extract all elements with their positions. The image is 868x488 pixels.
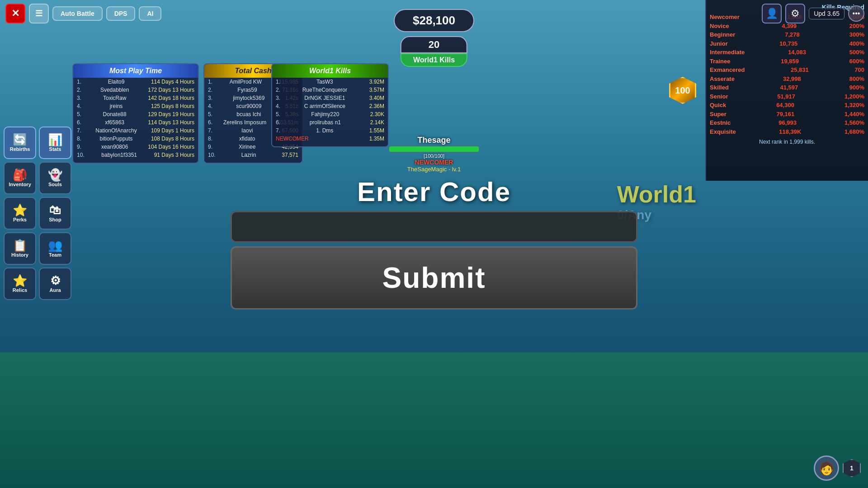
table-row: 1.Elaito9114 Days 4 Hours bbox=[73, 78, 198, 86]
sidebar-item-shop[interactable]: 🛍 Shop bbox=[39, 197, 71, 230]
relics-label: Relics bbox=[13, 287, 27, 293]
table-row: 3.ToxicRaw142 Days 18 Hours bbox=[73, 94, 198, 102]
bottom-right: 🧑 1 bbox=[814, 455, 861, 481]
most-playtime-header: Most Play Time bbox=[73, 64, 198, 78]
ai-button[interactable]: AI bbox=[139, 6, 161, 21]
player-rank: NEWCOMER bbox=[389, 159, 479, 166]
table-row: Eestnic96,9931,560% bbox=[710, 118, 864, 127]
stats-label: Stats bbox=[49, 146, 61, 152]
enter-code-dialog: Enter Code Submit bbox=[231, 176, 637, 310]
table-row: Asserate32,998800% bbox=[710, 75, 864, 84]
player-hp-text: [100/100] bbox=[389, 153, 479, 159]
table-row: Junior10,735400% bbox=[710, 39, 864, 48]
shop-label: Shop bbox=[49, 217, 61, 222]
history-label: History bbox=[11, 252, 28, 258]
add-user-button[interactable]: 👤 bbox=[762, 4, 782, 23]
enter-code-title: Enter Code bbox=[231, 176, 637, 207]
enter-code-input[interactable] bbox=[231, 211, 637, 243]
team-icon: 👥 bbox=[48, 239, 62, 251]
team-label: Team bbox=[49, 252, 61, 258]
shop-icon: 🛍 bbox=[49, 204, 61, 216]
table-row: Beginner7,278300% bbox=[710, 30, 864, 39]
more-button[interactable]: ••• bbox=[848, 5, 864, 22]
inventory-label: Inventory bbox=[9, 182, 31, 187]
table-row: 3.DrNGK JESSIE13.40M bbox=[272, 94, 388, 102]
top-right-controls: 👤 ⚙ Upd 3.65 ••• bbox=[758, 0, 868, 27]
sidebar-item-aura[interactable]: ⚙ Aura bbox=[39, 267, 71, 300]
aura-icon: ⚙ bbox=[50, 275, 61, 286]
sidebar-item-relics[interactable]: ⭐ Relics bbox=[4, 267, 36, 300]
player-sub-label: TheSageMagic - lv.1 bbox=[389, 166, 479, 173]
next-rank-text: Next rank in 1,999 kills. bbox=[710, 139, 864, 145]
most-playtime-panel: Most Play Time 1.Elaito9114 Days 4 Hours… bbox=[72, 63, 199, 164]
sidebar-item-perks[interactable]: ⭐ Perks bbox=[4, 197, 36, 230]
update-badge: Upd 3.65 bbox=[809, 8, 844, 19]
sidebar-item-team[interactable]: 👥 Team bbox=[39, 232, 71, 265]
table-row: 2.RueTheConqueror3.57M bbox=[272, 86, 388, 94]
sidebar-left: 🔄 Rebirths 📊 Stats 🎒 Inventory 👻 Souls ⭐… bbox=[4, 127, 71, 300]
sidebar-item-history[interactable]: 📋 History bbox=[4, 232, 36, 265]
submit-button[interactable]: Submit bbox=[231, 246, 637, 310]
gear-button[interactable]: ⚙ bbox=[785, 4, 805, 23]
menu-button[interactable]: ☰ bbox=[29, 4, 49, 23]
table-row: NEWCOMER1.35M bbox=[272, 135, 388, 143]
roblox-button[interactable]: ✕ bbox=[5, 4, 25, 23]
table-row: 4.jreins125 Days 8 Hours bbox=[73, 102, 198, 110]
table-row: 10.babylon1f335191 Days 3 Hours bbox=[73, 151, 198, 159]
table-row: Quick64,3001,320% bbox=[710, 101, 864, 110]
table-row: 10.Lazrin37,571 bbox=[204, 151, 302, 159]
table-row: 7.NationOfAnarchy109 Days 1 Hours bbox=[73, 127, 198, 135]
perks-label: Perks bbox=[13, 217, 27, 222]
kill-number: 20 bbox=[401, 36, 467, 53]
table-row: 7.1. Dms1.55M bbox=[272, 127, 388, 135]
table-row: 4.C arrimOfSilence2.36M bbox=[272, 102, 388, 110]
relics-icon: ⭐ bbox=[13, 275, 27, 286]
table-row: Trainee19,859600% bbox=[710, 57, 864, 66]
player-name: Thesage bbox=[389, 136, 479, 145]
inventory-icon: 🎒 bbox=[13, 169, 27, 181]
slot-badge: 1 bbox=[843, 459, 861, 477]
kills-required-panel: Kills Required Newcomer1,948100% Novice4… bbox=[705, 0, 868, 181]
currency-display: $28,100 bbox=[394, 9, 474, 32]
table-row: Skilled41,597900% bbox=[710, 83, 864, 92]
kill-counter: 20 World1 Kills bbox=[401, 36, 467, 67]
world1-kills-header: World1 Kills bbox=[272, 64, 388, 78]
rebirths-icon: 🔄 bbox=[13, 134, 27, 145]
aura-label: Aura bbox=[49, 287, 61, 293]
kill-label: World1 Kills bbox=[401, 53, 467, 67]
souls-label: Souls bbox=[48, 182, 62, 187]
sidebar-item-stats[interactable]: 📊 Stats bbox=[39, 127, 71, 159]
history-icon: 📋 bbox=[13, 239, 27, 251]
perks-icon: ⭐ bbox=[13, 204, 27, 216]
player-hp-bar bbox=[389, 146, 479, 152]
player-hp-fill bbox=[389, 146, 479, 152]
table-row: 5.Fahjimy2202.30K bbox=[272, 110, 388, 118]
table-row: Intermediate14,083500% bbox=[710, 48, 864, 57]
dps-button[interactable]: DPS bbox=[106, 6, 136, 21]
player-nameplate: Thesage [100/100] NEWCOMER TheSageMagic … bbox=[389, 136, 479, 173]
table-row: 8.bitionPupputs108 Days 8 Hours bbox=[73, 135, 198, 143]
table-row: 6.prolirubas n12.14K bbox=[272, 118, 388, 127]
table-row: Exmancered25,831700 bbox=[710, 66, 864, 75]
table-row: 9.xean90806104 Days 16 Hours bbox=[73, 143, 198, 151]
souls-icon: 👻 bbox=[48, 169, 62, 181]
table-row: Senior51,9171,200% bbox=[710, 92, 864, 101]
table-row: Exquisite118,39K1,680% bbox=[710, 127, 864, 136]
table-row: Super79,1611,440% bbox=[710, 110, 864, 119]
avatar: 🧑 bbox=[814, 455, 839, 481]
sidebar-item-rebirths[interactable]: 🔄 Rebirths bbox=[4, 127, 36, 159]
table-row: 1.TasW33.92M bbox=[272, 78, 388, 86]
auto-battle-button[interactable]: Auto Battle bbox=[52, 6, 103, 21]
table-row: 6.xf65863114 Days 13 Hours bbox=[73, 118, 198, 127]
sidebar-item-inventory[interactable]: 🎒 Inventory bbox=[4, 162, 36, 194]
stats-icon: 📊 bbox=[48, 134, 62, 145]
rebirths-label: Rebirths bbox=[10, 146, 30, 152]
world1-kills-panel: World1 Kills 1.TasW33.92M 2.RueTheConque… bbox=[271, 63, 389, 147]
table-row: 2.Svedabblen172 Days 13 Hours bbox=[73, 86, 198, 94]
table-row: 5.Donate88129 Days 19 Hours bbox=[73, 110, 198, 118]
sidebar-item-souls[interactable]: 👻 Souls bbox=[39, 162, 71, 194]
